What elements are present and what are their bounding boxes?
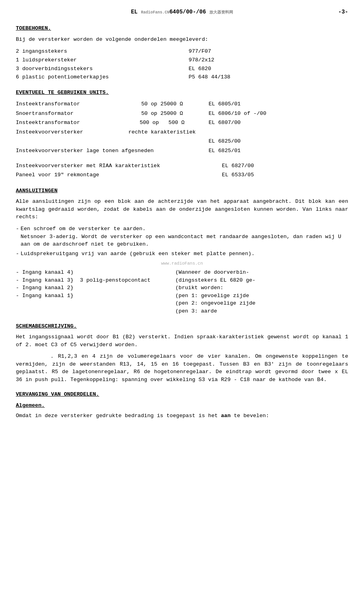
aansluitingen-bullets: - Een schroef om de versterker te aarden… [16,225,348,257]
ingang-note: (bruikt worden: [175,284,348,292]
unit-spec: 50 op 25000 Ω [116,109,209,118]
unit-spec [116,137,209,146]
table-row: Insteektransformator 50 op 25000 Ω EL 68… [16,99,348,109]
eventueel-extra-table: Insteekvoorversterker met RIAA karakteri… [16,161,348,180]
schema-para-1: Het ingangssignaal wordt door B1 (B2) ve… [16,333,348,349]
eventueel-table: Insteektransformator 50 op 25000 Ω EL 68… [16,99,348,155]
section-schema-title: SCHEMABESCHRIJVING. [16,322,348,330]
unit-name: Paneel voor 19" rekmontage [16,170,222,180]
section-aansluitingen-title: AANSLUITINGEN [16,187,348,195]
unit-name: Insteekvoorversterker met RIAA karakteri… [16,161,222,171]
toebehoren-intro: Bij de versterker worden de volgende ond… [16,36,348,44]
item-description: 2 ingangsstekers [16,47,189,56]
table-row: Snoertransformator 50 op 25000 Ω EL 6806… [16,109,348,118]
bullet-content: Luidsprekeruitgang vrij van aarde (gebru… [21,250,348,258]
table-row: Insteektransformator 500 op 500 Ω EL 680… [16,118,348,128]
unit-spec: rechte karakteristiek [116,128,209,137]
unit-code: EL 6807/00 [209,118,348,128]
table-row: 6 plastic potentiometerkapjes P5 648 44/… [16,73,348,82]
ingang-right: (Wanneer de doorverbin- (dingsstekers EL… [175,269,348,315]
table-row: Insteekvoorversterker lage tonen afgesne… [16,146,348,156]
list-item: - Ingang kanaal 3} 3 polig-penstopcontac… [16,276,175,284]
page-number: -3- [338,8,348,16]
unit-code: EL 6805/01 [209,99,348,109]
unit-code: EL 6827/00 [222,161,348,171]
ingang-note: (pen 3: aarde [175,307,348,315]
model-watermark2: 放大器资料网 [209,10,233,15]
ingang-note: (dingsstekers EL 6820 ge- [175,276,348,284]
list-item: - Ingang kanaal 2} [16,284,175,292]
table-row: 3 doorverbindingsstekers EL 6820 [16,65,348,73]
section-toebehoren-title: TOEBEHOREN. [16,25,348,32]
ingang-note: (pen 1: gevoelige zijde [175,292,348,300]
vervanging-subtitle: Algemeen. [16,402,348,410]
schema-para-2: . R1,2,3 en 4 zijn de volumeregelaars vo… [16,353,348,383]
unit-name: Insteektransformator [16,99,116,109]
vervanging-intro: Omdat in deze versterker gedrukte bedrad… [16,412,348,420]
ingang-note: (pen 2: ongevoelige zijde [175,299,348,307]
section-eventueel-title: EVENTUEEL TE GEBRUIKEN UNITS. [16,89,348,97]
section-vervanging-title: VERVANGING VAN ONDERDELEN. [16,391,348,398]
item-code: 977/F07 [189,47,348,56]
model-number: 6405/00-/06 [169,9,206,15]
watermark-line: www.radioFans.cn [16,261,348,267]
table-row: Insteekvoorversterker rechte karakterist… [16,128,348,137]
bullet-dash: - [16,225,19,248]
model-watermark: RadioFans.CN [141,10,169,15]
ingang-note: (Wanneer de doorverbin- [175,269,348,276]
item-code: 978/2x12 [189,56,348,65]
ingang-block: - Ingang kanaal 4) - Ingang kanaal 3} 3 … [16,269,348,315]
unit-spec: 50 op 25000 Ω [116,99,209,109]
unit-name [16,137,116,146]
list-item: - Ingang kanaal 1} [16,292,175,300]
item-description: 3 doorverbindingsstekers [16,65,189,73]
bullet-dash: - [16,250,19,258]
unit-name: Snoertransformator [16,109,116,118]
item-description: 6 plastic potentiometerkapjes [16,73,189,82]
list-item: - Ingang kanaal 4) [16,269,175,276]
table-row: Insteekvoorversterker met RIAA karakteri… [16,161,348,171]
table-row: 1 luidsprekersteker 978/2x12 [16,56,348,65]
bullet-sub: Netsnoer 3-aderig. Wordt de versterker o… [21,234,341,248]
unit-name-long: Insteekvoorversterker lage tonen afgesne… [16,146,209,156]
bullet-main: Luidsprekeruitgang vrij van aarde (gebru… [21,251,254,257]
item-code: EL 6820 [189,65,348,73]
table-row: EL 6825/00 [16,137,348,146]
unit-code: EL 6825/01 [209,146,348,156]
unit-spec: 500 op 500 Ω [116,118,209,128]
table-row: Paneel voor 19" rekmontage EL 6533/05 [16,170,348,180]
unit-name: Insteektransformator [16,118,116,128]
page-header: EL RadioFans.CN6405/00-/06 放大器资料网 -3- [16,8,348,16]
unit-code: EL 6806/10 of -/00 [209,109,348,118]
item-description: 1 luidsprekersteker [16,56,189,65]
unit-code: EL 6533/05 [222,170,348,180]
bullet-main: Een schroef om de versterker te aarden. [21,226,146,232]
list-item: - Luidsprekeruitgang vrij van aarde (geb… [16,250,348,258]
unit-code: EL 6825/00 [209,137,348,146]
model-label: EL RadioFans.CN6405/00-/06 放大器资料网 [131,9,233,15]
ingang-left: - Ingang kanaal 4) - Ingang kanaal 3} 3 … [16,269,175,315]
unit-name: Insteekvoorversterker [16,128,116,137]
table-row: 2 ingangsstekers 977/F07 [16,47,348,56]
bullet-content: Een schroef om de versterker te aarden. … [21,225,348,248]
aansluitingen-intro: Alle aansluitingen zijn op een blok aan … [16,198,348,221]
item-code: P5 648 44/138 [189,73,348,82]
list-item: - Een schroef om de versterker te aarden… [16,225,348,248]
toebehoren-table: 2 ingangsstekers 977/F07 1 luidsprekerst… [16,47,348,81]
unit-code [209,128,348,137]
